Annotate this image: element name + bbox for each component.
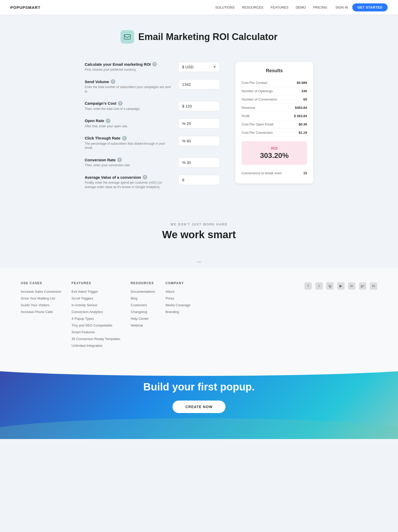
footer-link[interactable]: Media Coverage	[165, 303, 190, 307]
avg-value-help-icon[interactable]: ?	[143, 175, 147, 179]
footer-link[interactable]: Increase Phone Calls	[21, 310, 53, 314]
send-volume-input-wrap	[178, 79, 220, 89]
footer-link[interactable]: Smart Features	[71, 330, 95, 334]
footer-link[interactable]: Help Center	[131, 317, 149, 321]
result-revenue: Revenue $483.84	[242, 104, 307, 112]
footer-link[interactable]: Blog	[131, 296, 137, 300]
footer-link[interactable]: Changelog	[131, 310, 147, 314]
footer-company-heading: COMPANY	[165, 281, 190, 285]
footer-company-list: About Press Media Coverage Branding	[165, 289, 190, 314]
ctr-input[interactable]	[178, 136, 220, 146]
roi-label: ROI	[247, 146, 302, 150]
conversion-rate-input[interactable]	[178, 157, 220, 168]
list-item: Tiny and SEO Competiable	[71, 323, 120, 328]
result-cost-per-conversion: Cost Per Conversion $1.19	[242, 129, 307, 137]
conversion-rate-row: Conversion Rate ? Then, enter your conve…	[85, 157, 220, 168]
cta-bottom-section: Build your first popup. CREATE NOW	[0, 360, 398, 439]
linkedin-icon[interactable]: in	[348, 282, 355, 290]
youtube-icon[interactable]: ▶	[337, 282, 344, 290]
currency-label: Calculate your Email marketing ROI	[85, 62, 151, 66]
avg-value-note: Finally, enter the average spend per cus…	[85, 181, 172, 189]
results-title: Results	[242, 68, 307, 74]
nav-pricing[interactable]: PRICING	[313, 5, 327, 9]
open-rate-input[interactable]	[178, 118, 220, 129]
send-volume-help-icon[interactable]: ?	[111, 79, 115, 84]
currency-help-icon[interactable]: ?	[152, 62, 157, 66]
instagram-icon[interactable]: ig	[326, 282, 334, 290]
twitter-icon[interactable]: t	[315, 282, 323, 290]
footer-link[interactable]: Grow Your Mailling List	[21, 296, 55, 300]
results-panel: Results Cost Per Contact $0.089 Number o…	[235, 62, 313, 197]
create-now-button[interactable]: CREATE NOW	[173, 401, 226, 413]
result-cost-per-conversion-label: Cost Per Conversion	[242, 131, 273, 135]
currency-select[interactable]: $ USD € EUR £ GBP	[178, 62, 220, 72]
footer-social: f t ig ▶ in g+ m	[304, 281, 377, 350]
footer-company: COMPANY About Press Media Coverage Brand…	[165, 281, 190, 350]
campaign-cost-help-icon[interactable]: ?	[118, 101, 123, 106]
footer-link[interactable]: 4 Popup Types	[71, 317, 94, 321]
footer-link[interactable]: Press	[165, 296, 174, 300]
list-item: Unlimited Integration	[71, 343, 120, 348]
list-item: Blog	[131, 296, 155, 301]
campaign-cost-input[interactable]	[178, 101, 220, 111]
calculator-section: Calculate your Email marketing ROI ? Fir…	[0, 51, 398, 207]
footer-link[interactable]: Conversion Analytics	[71, 310, 103, 314]
results-card: Results Cost Per Contact $0.089 Number o…	[235, 62, 313, 183]
nav-solutions[interactable]: SOLUTIONS	[215, 5, 235, 9]
work-smart-title: We work smart	[5, 229, 393, 241]
footer-features-list: Exit Intent Trigger Scroll Triggers In A…	[71, 289, 120, 348]
send-volume-input[interactable]	[178, 79, 220, 89]
footer-link[interactable]: Documentations	[131, 290, 155, 294]
avg-value-input[interactable]	[178, 175, 220, 185]
currency-select-wrap: $ USD € EUR £ GBP ▼	[178, 62, 220, 72]
list-item: 4 Popup Types	[71, 316, 120, 321]
footer-link[interactable]: Guide Your Visitors	[21, 303, 49, 307]
conversion-rate-input-wrap	[178, 157, 220, 168]
nav-get-started-button[interactable]: GET STARTED	[352, 3, 388, 11]
list-item: Increase Sales Conversion	[21, 289, 61, 294]
avg-value-input-wrap	[178, 175, 220, 185]
open-rate-help-icon[interactable]: ?	[106, 118, 110, 123]
footer-link[interactable]: Tiny and SEO Competiable	[71, 323, 112, 327]
footer-link[interactable]: Branding	[165, 310, 179, 314]
result-cost-per-open-label: Cost Per Open Email	[242, 122, 273, 126]
footer-link[interactable]: About	[165, 290, 174, 294]
ctr-label-group: Click Through Rate ? The percentage of s…	[85, 136, 172, 150]
navbar: POPUPSMART SOLUTIONS RESOURCES FEATURES …	[0, 0, 398, 15]
work-smart-subtitle: WE DON'T JUST WORK HARD	[5, 223, 393, 226]
footer-link[interactable]: 35 Conversion Ready Templates	[71, 337, 120, 341]
list-item: Media Coverage	[165, 303, 190, 307]
campaign-cost-input-wrap	[178, 101, 220, 111]
nav-features[interactable]: FEATURES	[271, 5, 288, 9]
nav-demo[interactable]: DEMO	[296, 5, 306, 9]
medium-icon[interactable]: m	[370, 282, 377, 290]
avg-value-row: Average Value of a conversion ? Finally,…	[85, 175, 220, 189]
footer-link[interactable]: Webinar	[131, 323, 143, 327]
nav-logo[interactable]: POPUPSMART	[10, 5, 41, 10]
result-num-openings: Number of Openings 336	[242, 87, 307, 95]
facebook-icon[interactable]: f	[304, 282, 312, 290]
footer-link[interactable]: Scroll Triggers	[71, 296, 93, 300]
footer-link[interactable]: Customers	[131, 303, 147, 307]
nav-resources[interactable]: RESOURCES	[242, 5, 263, 9]
result-profit-label: Profit	[242, 114, 249, 118]
footer-features-heading: FEATURES	[71, 281, 120, 285]
roi-block: ROI 303.20%	[242, 141, 307, 165]
footer-features: FEATURES Exit Intent Trigger Scroll Trig…	[71, 281, 120, 350]
footer-link[interactable]: In Activity Sensor	[71, 303, 97, 307]
page-title: Email Marketing ROI Calculator	[138, 31, 277, 42]
list-item: Scroll Triggers	[71, 296, 120, 301]
googleplus-icon[interactable]: g+	[359, 282, 366, 290]
footer-link[interactable]: Exit Intent Trigger	[71, 290, 98, 294]
ctr-help-icon[interactable]: ?	[122, 136, 127, 141]
conversion-rate-help-icon[interactable]: ?	[117, 157, 122, 162]
list-item: Documentations	[131, 289, 155, 294]
footer-link[interactable]: Unlimited Integration	[71, 344, 102, 348]
list-item: In Activity Sensor	[71, 303, 120, 307]
campaign-cost-label: Campaign's Cost	[85, 101, 116, 105]
list-item: Smart Features	[71, 330, 120, 334]
result-break-even: Conversions to break even 15	[242, 169, 307, 177]
svg-rect-0	[124, 35, 130, 39]
nav-signin[interactable]: SIGN IN	[335, 5, 348, 9]
footer-link[interactable]: Increase Sales Conversion	[21, 290, 61, 294]
